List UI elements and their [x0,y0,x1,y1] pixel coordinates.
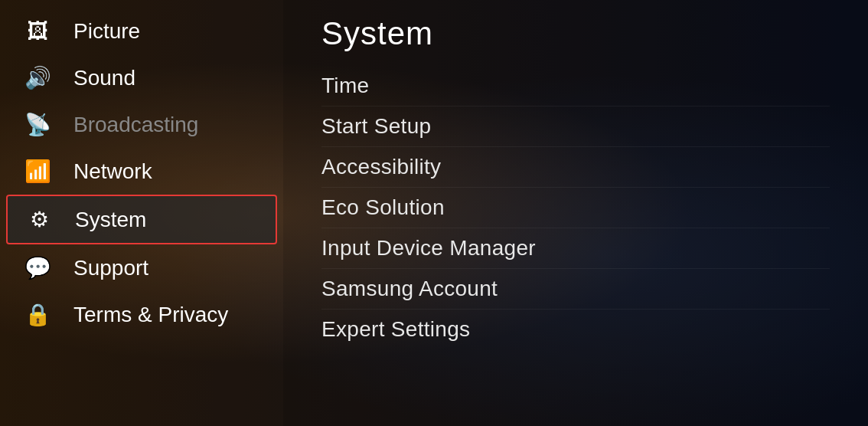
sidebar-label-support: Support [73,256,148,280]
sidebar-item-picture[interactable]: 🖼 Picture [0,8,283,54]
menu-item-eco-solution[interactable]: Eco Solution [321,188,830,228]
sidebar-item-terms[interactable]: 🔒 Terms & Privacy [0,291,283,338]
sidebar-item-sound[interactable]: 🔊 Sound [0,54,283,101]
sidebar-item-support[interactable]: 💬 Support [0,244,283,291]
content-panel: System Time Start Setup Accessibility Ec… [283,0,868,426]
system-icon: ⚙ [24,207,54,232]
menu-item-expert-settings[interactable]: Expert Settings [321,310,830,349]
panel-title: System [321,15,830,52]
sound-icon: 🔊 [23,65,52,90]
menu-item-accessibility[interactable]: Accessibility [321,147,830,188]
sidebar-label-broadcasting: Broadcasting [73,113,198,137]
menu-item-samsung-account[interactable]: Samsung Account [321,269,830,310]
sidebar-item-network[interactable]: 📶 Network [0,148,283,195]
menu-item-input-device-manager[interactable]: Input Device Manager [321,228,830,269]
support-icon: 💬 [23,255,52,280]
main-layout: 🖼 Picture 🔊 Sound 📡 Broadcasting 📶 Netwo… [0,0,868,426]
menu-item-time[interactable]: Time [321,66,830,106]
network-icon: 📶 [23,159,52,184]
sidebar-label-system: System [75,208,146,232]
sidebar-item-system[interactable]: ⚙ System [6,195,277,244]
picture-icon: 🖼 [23,18,52,44]
sidebar-label-network: Network [73,159,152,184]
sidebar-label-sound: Sound [73,66,135,90]
broadcasting-icon: 📡 [23,112,52,137]
sidebar: 🖼 Picture 🔊 Sound 📡 Broadcasting 📶 Netwo… [0,0,283,426]
sidebar-item-broadcasting[interactable]: 📡 Broadcasting [0,101,283,148]
terms-icon: 🔒 [23,302,52,327]
menu-item-start-setup[interactable]: Start Setup [321,106,830,147]
sidebar-label-terms: Terms & Privacy [73,303,228,327]
sidebar-label-picture: Picture [73,19,140,44]
